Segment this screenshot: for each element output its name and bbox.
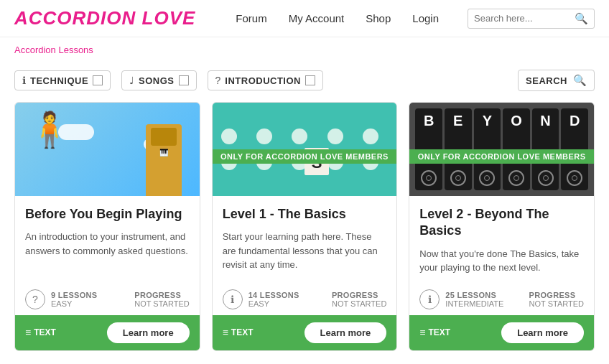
card-footer-before: ≡ TEXT Learn more (15, 315, 200, 350)
beyond-icon-B (421, 170, 437, 186)
filter-search: SEARCH 🔍 (518, 70, 595, 91)
logo-love: LOVE (142, 7, 196, 29)
footer-text-level2: TEXT (429, 327, 451, 337)
card-meta-before: ? 9 LESSONS EASY PROGRESS NOT STARTED (15, 281, 200, 315)
site-logo[interactable]: ACCORDION LOVE (14, 7, 195, 29)
meta-progress-level1: PROGRESS NOT STARTED (332, 291, 386, 308)
card-title-before: Before You Begin Playing (25, 206, 190, 223)
meta-icon-level2: ℹ (419, 289, 440, 309)
beyond-icon-Y (479, 170, 495, 186)
tower-top (151, 128, 177, 146)
progress-value-level1: NOT STARTED (332, 299, 386, 308)
filter-search-label: SEARCH (526, 75, 567, 86)
header-search-input[interactable] (474, 13, 575, 24)
meta-icon-level1: ℹ (223, 289, 243, 309)
filter-songs[interactable]: ♩ SONGS (121, 70, 196, 90)
nav-my-account[interactable]: My Account (289, 12, 345, 24)
beyond-letter-D: D (570, 113, 580, 129)
progress-label-before: PROGRESS (134, 291, 189, 299)
card-body-level2: Level 2 - Beyond The Basics Now that you… (409, 196, 594, 281)
card-desc-before: An introduction to your instrument, and … (25, 230, 190, 258)
technique-label: TECHNIQUE (30, 75, 88, 86)
nav-forum[interactable]: Forum (236, 12, 266, 24)
meta-text-level1: 14 LESSONS EASY (248, 291, 299, 308)
figure-icon: 🧍 (28, 110, 71, 150)
progress-value-level2: NOT STARTED (529, 299, 584, 308)
beyond-icon-N (538, 170, 554, 186)
card-body-before: Before You Begin Playing An introduction… (15, 196, 200, 281)
songs-checkbox[interactable] (179, 75, 189, 85)
tower: 🎹 (146, 124, 182, 196)
beyond-letter-O: O (511, 113, 522, 129)
meta-left-before: ? 9 LESSONS EASY (25, 289, 97, 309)
nav-login[interactable]: Login (412, 12, 439, 24)
text-button-before[interactable]: ≡ TEXT (25, 327, 56, 338)
card-level-2: B E Y O N D ONLY FOR AC (409, 102, 595, 351)
meta-text-level2: 25 LESSONS INTERMEDIATE (445, 291, 503, 308)
beyond-icon-O (508, 170, 524, 186)
footer-text-before: TEXT (34, 327, 56, 337)
card-meta-level1: ℹ 14 LESSONS EASY PROGRESS NOT STARTED (213, 281, 397, 315)
songs-label: SONGS (139, 75, 174, 86)
beyond-letter-Y: Y (483, 113, 492, 129)
card-meta-level2: ℹ 25 LESSONS INTERMEDIATE PROGRESS NOT S… (409, 281, 594, 315)
beyond-icon-E (450, 170, 466, 186)
progress-value-before: NOT STARTED (134, 299, 189, 308)
lines-icon-before: ≡ (25, 327, 31, 338)
card-image-basics: B S C A I S ONLY FOR ACCORDION LOVE MEMB… (213, 103, 397, 196)
header: ACCORDION LOVE Forum My Account Shop Log… (0, 0, 609, 37)
card-before-you-begin: 🧍 🎹 Before You Begin Playing An introduc… (14, 102, 200, 351)
card-title-level2: Level 2 - Beyond The Basics (419, 206, 584, 240)
introduction-checkbox[interactable] (305, 75, 315, 85)
beyond-icon-D (567, 170, 582, 186)
lines-icon-level1: ≡ (223, 327, 228, 338)
breadcrumb-link[interactable]: Accordion Lessons (14, 45, 93, 55)
card-footer-level2: ≡ TEXT Learn more (409, 315, 594, 350)
beyond-letter-E: E (453, 113, 462, 129)
songs-icon: ♩ (129, 75, 134, 86)
text-button-level2[interactable]: ≡ TEXT (419, 327, 450, 338)
cards-container: 🧍 🎹 Before You Begin Playing An introduc… (0, 102, 609, 364)
introduction-label: INTRODUCTION (225, 75, 301, 86)
header-search-box: 🔍 (468, 9, 595, 29)
meta-progress-level2: PROGRESS NOT STARTED (529, 291, 584, 308)
meta-left-level1: ℹ 14 LESSONS EASY (223, 289, 299, 309)
card-level-1: B S C A I S ONLY FOR ACCORDION LOVE MEMB… (212, 102, 398, 351)
footer-text-level1: TEXT (231, 327, 254, 337)
beyond-letter-N: N (540, 113, 550, 129)
technique-icon: ℹ (22, 75, 26, 86)
lessons-count-level2: 25 LESSONS (445, 291, 503, 299)
lessons-count-before: 9 LESSONS (51, 291, 97, 299)
filter-introduction[interactable]: ? INTRODUCTION (208, 70, 323, 90)
filter-technique[interactable]: ℹ TECHNIQUE (14, 70, 111, 90)
difficulty-level1: EASY (248, 299, 299, 308)
card-desc-level1: Start your learning path here. These are… (223, 230, 387, 272)
card-body-level1: Level 1 - The Basics Start your learning… (213, 196, 397, 281)
logo-text: ACCORDION (14, 7, 136, 29)
card-footer-level1: ≡ TEXT Learn more (213, 315, 397, 350)
learn-more-level1[interactable]: Learn more (304, 322, 387, 343)
meta-icon-before: ? (25, 289, 45, 309)
learn-more-level2[interactable]: Learn more (501, 322, 584, 343)
difficulty-level2: INTERMEDIATE (445, 299, 503, 308)
learn-more-before[interactable]: Learn more (107, 322, 190, 343)
filter-search-button[interactable]: 🔍 (573, 74, 587, 87)
card-image-before: 🧍 🎹 (15, 103, 200, 196)
nav-shop[interactable]: Shop (366, 12, 391, 24)
introduction-icon: ? (215, 75, 221, 86)
member-badge-level1: ONLY FOR ACCORDION LOVE MEMBERS (213, 149, 397, 164)
progress-label-level1: PROGRESS (332, 291, 386, 299)
card-image-beyond: B E Y O N D ONLY FOR AC (409, 103, 594, 196)
main-nav: Forum My Account Shop Login (236, 12, 439, 24)
progress-label-level2: PROGRESS (529, 291, 584, 299)
filter-bar: ℹ TECHNIQUE ♩ SONGS ? INTRODUCTION SEARC… (0, 62, 609, 102)
meta-left-level2: ℹ 25 LESSONS INTERMEDIATE (419, 289, 503, 309)
technique-checkbox[interactable] (93, 75, 103, 85)
header-search-button[interactable]: 🔍 (575, 12, 588, 25)
beyond-letter-B: B (424, 113, 434, 129)
difficulty-before: EASY (51, 299, 97, 308)
card-title-level1: Level 1 - The Basics (223, 206, 387, 223)
card-desc-level2: Now that you're done The Basics, take yo… (419, 247, 584, 275)
text-button-level1[interactable]: ≡ TEXT (223, 327, 254, 338)
meta-text-before: 9 LESSONS EASY (51, 291, 97, 308)
